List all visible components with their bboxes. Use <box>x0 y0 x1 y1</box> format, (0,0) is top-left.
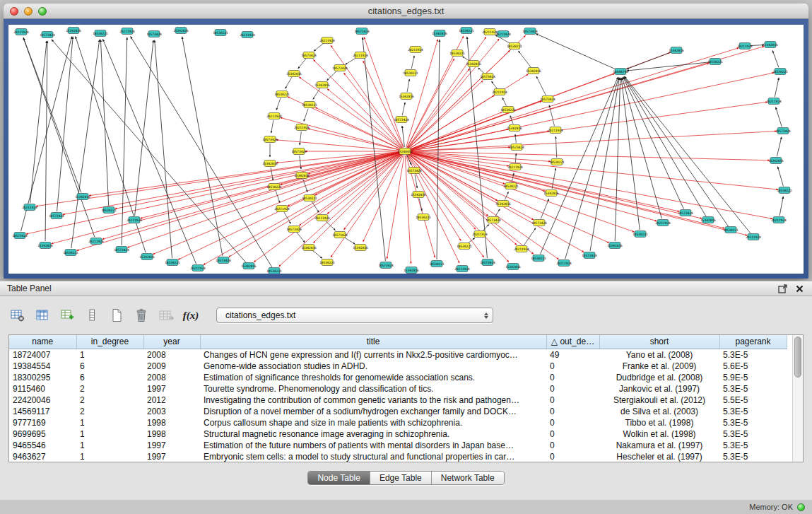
graph-node-label: 18530221 <box>632 233 648 236</box>
table-cell: Franke et al. (2009) <box>599 361 719 372</box>
graph-node-label: 10573424 <box>332 66 348 70</box>
table-row[interactable]: 977716911998Corpus callosum shape and si… <box>9 417 787 428</box>
column-header[interactable]: title <box>200 335 546 349</box>
table-cell: 2 <box>76 395 143 406</box>
table-cell: Stergiakouli et al. (2012) <box>599 395 719 406</box>
table-cell: Corpus callosum shape and size in male p… <box>200 417 546 428</box>
table-vertical-scrollbar[interactable] <box>792 335 803 462</box>
graph-node-label: 20211924 <box>119 30 135 33</box>
table-cell: 0 <box>546 440 599 451</box>
table-cell: 1998 <box>143 428 200 440</box>
column-header[interactable]: pagerank <box>719 335 787 349</box>
table-cell: Yano et al. (2008) <box>599 349 719 361</box>
scrollbar-thumb[interactable] <box>794 337 801 378</box>
graph-node-label: 18530221 <box>777 189 792 192</box>
graph-node-label: 20211924 <box>319 39 335 42</box>
minimize-window-icon[interactable] <box>24 7 33 16</box>
table-row[interactable]: 1456911722003Disruption of a novel membe… <box>9 406 787 417</box>
table-row[interactable]: 2242004622012Investigating the contribut… <box>9 395 787 406</box>
table-settings-icon[interactable] <box>8 306 27 325</box>
table-cell: 5.6E-5 <box>719 361 787 372</box>
column-header[interactable]: short <box>599 335 719 349</box>
graph-node-label: 10573424 <box>146 33 162 36</box>
graph-node-label: 10573424 <box>540 98 555 101</box>
add-column-icon[interactable] <box>58 306 76 325</box>
graph-node-label: 20211924 <box>492 90 507 94</box>
graph-node-label: 18530221 <box>213 31 228 35</box>
graph-node-label: 20211924 <box>353 54 368 57</box>
table-cell: 1997 <box>143 383 200 395</box>
column-header[interactable]: in_degree <box>76 335 143 349</box>
graph-node-label: 20211924 <box>266 115 282 118</box>
table-cell: 0 <box>546 406 599 417</box>
graph-node-label: 20211924 <box>507 165 523 169</box>
column-header[interactable]: name <box>9 335 76 349</box>
zoom-window-icon[interactable] <box>38 7 47 16</box>
graph-node-label: 20211924 <box>240 33 255 37</box>
table-cell: 1 <box>76 417 143 428</box>
columns-icon[interactable] <box>33 306 52 325</box>
table-cell: 9777169 <box>9 417 76 428</box>
table-cell: 2008 <box>143 372 200 383</box>
table-row[interactable]: 946362711997Embryonic stem cells: a mode… <box>9 451 787 462</box>
delete-icon[interactable] <box>132 306 151 325</box>
table-row[interactable]: 911546021997Tourette syndrome. Phenomeno… <box>9 383 787 395</box>
table-row[interactable]: 969969511998Structural magnetic resonanc… <box>9 428 787 440</box>
graph-node-label: 10573424 <box>286 228 302 231</box>
table-cell: 22420046 <box>9 395 76 406</box>
new-file-icon[interactable] <box>107 306 126 325</box>
table-cell: 1 <box>76 440 143 451</box>
graph-node-label: 20211924 <box>556 262 572 265</box>
graph-node-label: 10573424 <box>678 211 693 215</box>
table-cell: Structural magnetic resonance image aver… <box>200 428 546 440</box>
graph-node-label: 15342816 <box>669 49 684 52</box>
tab-node-table[interactable]: Node Table <box>308 472 370 484</box>
network-canvas[interactable]: 1724045220211924105734241534281618530221… <box>8 25 804 274</box>
close-window-icon[interactable] <box>10 7 18 16</box>
graph-node-label: 20211924 <box>190 267 206 270</box>
graph-node-label: 15342816 <box>66 29 81 33</box>
float-panel-icon[interactable] <box>777 283 788 294</box>
table-cell: Investigating the contribution of common… <box>200 395 546 406</box>
table-cell: Genome-wide association studies in ADHD. <box>200 361 546 372</box>
rows-icon[interactable] <box>83 306 101 325</box>
table-selector-combobox[interactable]: citations_edges.txt <box>216 308 493 323</box>
graph-node-label: 15342816 <box>286 72 302 76</box>
citation-network-graph[interactable]: 1724045220211924105734241534281618530221… <box>8 25 804 274</box>
node-table: namein_degreeyeartitle△ out_de…shortpage… <box>9 335 787 462</box>
graph-node-label: 18530221 <box>101 209 117 212</box>
tab-network-table[interactable]: Network Table <box>431 472 504 484</box>
table-cell: 0 <box>546 428 599 440</box>
graph-node-label: 18530221 <box>500 108 516 112</box>
table-cell: 5.9E-5 <box>719 372 787 383</box>
column-header[interactable]: △ out_de… <box>546 335 599 349</box>
graph-node-label: 20211924 <box>126 218 142 222</box>
table-body: 1872400712008Changes of HCN gene express… <box>9 349 787 462</box>
table-row[interactable]: 1872400712008Changes of HCN gene express… <box>9 349 787 361</box>
graph-node-label: 18530221 <box>457 245 472 248</box>
tab-edge-table[interactable]: Edge Table <box>370 472 431 484</box>
table-cell: 5.3E-5 <box>719 440 787 451</box>
table-row[interactable]: 1830029562008Estimation of significance … <box>9 372 787 383</box>
table-panel-titlebar: Table Panel <box>0 281 812 296</box>
graph-node-label: 15342816 <box>399 95 414 98</box>
graph-node-label: 10573424 <box>49 214 64 218</box>
table-toolbar: f(x) citations_edges.txt <box>8 305 804 326</box>
graph-node-label: 10573424 <box>291 150 307 153</box>
table-cell: Estimation of the future numbers of pati… <box>200 440 546 451</box>
graph-node-label: 15342816 <box>411 193 426 197</box>
graph-node-label: 15342816 <box>75 195 90 199</box>
graph-node-label: 15342816 <box>294 174 310 177</box>
table-row[interactable]: 1938455462009Genome-wide association stu… <box>9 361 787 372</box>
network-window-titlebar[interactable]: citations_edges.txt <box>4 4 808 19</box>
graph-node-label: 18530221 <box>723 228 739 232</box>
function-builder-button[interactable]: f(x) <box>182 306 200 325</box>
close-panel-icon[interactable] <box>794 283 805 294</box>
table-cell: 49 <box>546 349 599 361</box>
column-header[interactable]: year <box>143 335 200 349</box>
table-row[interactable]: 946554611997Estimation of the future num… <box>9 440 787 451</box>
graph-node-label: 10573424 <box>216 259 231 262</box>
graph-node-label: 20211924 <box>22 206 37 209</box>
window-title: citations_edges.txt <box>4 4 808 19</box>
graph-node-label: 20211924 <box>655 221 671 225</box>
